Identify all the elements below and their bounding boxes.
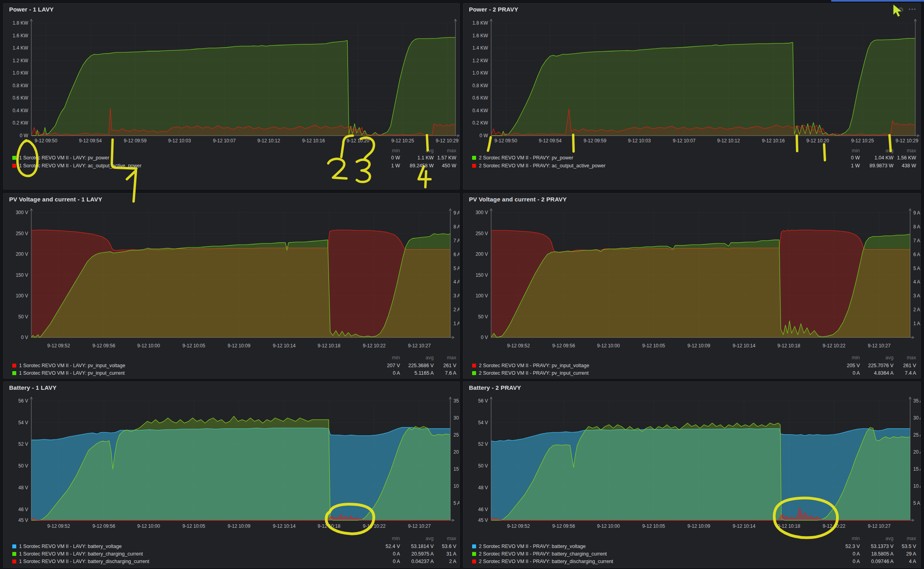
y-right-tick-label: 5 A: [913, 500, 920, 506]
y-left-tick-label: 50 V: [478, 463, 488, 469]
y-right-tick-label: 2 A: [913, 307, 920, 312]
legend-series-label[interactable]: 2 Sorotec REVO VM II - PRAVY: battery_ch…: [472, 551, 607, 557]
x-tick-label: 9-12 10:03: [628, 138, 651, 144]
y-right-tick-label: 15 A: [453, 466, 459, 472]
y-right-tick-label: 30 A: [453, 415, 459, 421]
y-left-tick-label: 50 V: [18, 463, 28, 469]
y-left-tick-label: 52 V: [18, 441, 28, 447]
y-right-tick-label: 25 A: [453, 432, 459, 438]
series-color-swatch-icon: [472, 364, 476, 368]
y-right-tick-label: 8 A: [453, 224, 459, 230]
series-color-swatch-icon: [12, 164, 16, 168]
x-tick-label: 9-12 09:50: [494, 138, 517, 144]
legend-series-label[interactable]: 2 Sorotec REVO VM II - PRAVY: pv_power: [472, 155, 573, 161]
y-right-tick-label: 4 A: [453, 279, 459, 285]
series-color-swatch-icon: [472, 164, 476, 168]
x-tick-label: 9-12 10:03: [168, 138, 191, 144]
x-tick-label: 9-12 10:22: [363, 523, 386, 529]
pv-2-pravy-chart[interactable]: 300 V250 V200 V150 V100 V50 V0 V9 A8 A7 …: [463, 193, 920, 378]
y-left-tick-label: 0.6 KW: [473, 95, 488, 101]
x-tick-label: 9-12 10:05: [182, 523, 205, 529]
y-right-tick-label: 3 A: [913, 293, 920, 299]
y-left-tick-label: 0 W: [20, 133, 29, 138]
y-right-tick-label: 10 A: [913, 483, 920, 489]
y-left-tick-label: 1.0 KW: [13, 70, 29, 76]
x-tick-label: 9-12 10:14: [273, 343, 296, 349]
battery-2-pravy-chart[interactable]: 56 V54 V52 V50 V48 V46 V45 V35 A30 A25 A…: [463, 382, 920, 567]
x-tick-label: 9-12 10:18: [318, 343, 341, 349]
y-left-tick-label: 0.8 KW: [13, 83, 29, 88]
x-tick-label: 9-12 10:09: [687, 523, 710, 529]
series-color-swatch-icon: [472, 371, 476, 375]
y-left-tick-label: 45 V: [478, 517, 488, 523]
x-tick-label: 9-12 10:16: [302, 138, 325, 144]
power-2-pravy-chart[interactable]: 1.8 KW1.6 KW1.4 KW1.2 KW1.0 KW0.8 KW0.6 …: [463, 4, 920, 189]
legend-series-label[interactable]: 1 Sorotec REVO VM II - LAVY: pv_power: [12, 155, 109, 161]
x-tick-label: 9-12 10:22: [823, 343, 846, 349]
y-right-tick-label: 20 A: [453, 449, 459, 455]
legend-series-label[interactable]: 1 Sorotec REVO VM II - LAVY: battery_dis…: [12, 559, 149, 564]
more-options-icon[interactable]: •••: [909, 7, 916, 12]
legend-series-label[interactable]: 2 Sorotec REVO VM II - PRAVY: pv_input_v…: [472, 363, 589, 368]
series-color-swatch-icon: [12, 364, 16, 368]
x-tick-label: 9-12 09:52: [47, 523, 70, 529]
y-left-tick-label: 250 V: [476, 231, 488, 236]
legend-series-label[interactable]: 1 Sorotec REVO VM II - LAVY: pv_input_vo…: [12, 363, 125, 368]
y-right-tick-label: 6 A: [453, 252, 459, 257]
gear-icon[interactable]: ⚙: [898, 7, 904, 13]
x-tick-label: 9-12 10:12: [257, 138, 280, 144]
power-1-lavy-chart[interactable]: 1.8 KW1.6 KW1.4 KW1.2 KW1.0 KW0.8 KW0.6 …: [4, 4, 459, 189]
y-right-tick-label: 2 A: [453, 307, 459, 312]
x-tick-label: 9-12 10:29: [436, 138, 459, 144]
y-left-tick-label: 200 V: [476, 251, 488, 257]
x-tick-label: 9-12 10:14: [733, 343, 756, 349]
y-left-tick-label: 1.8 KW: [473, 20, 488, 26]
panel-battery-1-lavy: Battery - 1 LAVY 56 V54 V52 V50 V48 V46 …: [3, 381, 460, 568]
y-left-tick-label: 1.8 KW: [13, 20, 29, 26]
pv-1-lavy-chart[interactable]: 300 V250 V200 V150 V100 V50 V0 V9 A8 A7 …: [4, 193, 459, 378]
x-tick-label: 9-12 09:59: [583, 138, 606, 144]
x-tick-label: 9-12 10:18: [318, 523, 341, 529]
x-tick-label: 9-12 10:18: [777, 523, 800, 529]
legend-series-label[interactable]: 2 Sorotec REVO VM II - PRAVY: ac_output_…: [472, 163, 605, 169]
dashboard: { "page":{"bg":"#131418","panel_bg":"#21…: [0, 0, 924, 569]
y-right-tick-label: 25 A: [913, 432, 920, 438]
series-1: [32, 37, 455, 136]
y-left-tick-label: 45 V: [18, 517, 28, 523]
y-left-tick-label: 150 V: [476, 272, 488, 278]
x-tick-label: 9-12 10:27: [408, 343, 431, 349]
y-right-tick-label: 1 A: [453, 321, 459, 326]
legend-series-label[interactable]: 1 Sorotec REVO VM II - LAVY: ac_output_a…: [12, 163, 142, 169]
y-left-tick-label: 100 V: [16, 293, 28, 299]
series-1: [492, 38, 915, 136]
y-right-tick-label: 6 A: [913, 252, 920, 257]
y-left-tick-label: 1.6 KW: [473, 33, 488, 38]
x-tick-label: 9-12 10:18: [777, 343, 800, 349]
y-left-tick-label: 300 V: [476, 210, 488, 215]
y-right-tick-label: 9 A: [453, 210, 459, 216]
x-tick-label: 9-12 10:16: [762, 138, 785, 144]
y-right-tick-label: 5 A: [453, 266, 459, 271]
legend-series-label[interactable]: 1 Sorotec REVO VM II - LAVY: battery_cha…: [12, 551, 143, 557]
legend-series-label[interactable]: 1 Sorotec REVO VM II - LAVY: battery_vol…: [12, 544, 122, 549]
legend-series-label[interactable]: 1 Sorotec REVO VM II - LAVY: pv_input_cu…: [12, 370, 125, 376]
battery-1-lavy-chart[interactable]: 56 V54 V52 V50 V48 V46 V45 V35 A30 A25 A…: [4, 382, 459, 567]
series-color-swatch-icon: [12, 371, 16, 375]
series-color-swatch-icon: [472, 552, 476, 556]
legend-series-label[interactable]: 2 Sorotec REVO VM II - PRAVY: pv_input_c…: [472, 370, 589, 376]
x-tick-label: 9-12 10:14: [273, 523, 296, 529]
panel-battery-2-pravy: Battery - 2 PRAVY 56 V54 V52 V50 V48 V46…: [463, 381, 921, 568]
x-tick-label: 9-12 10:25: [851, 138, 874, 144]
y-left-tick-label: 48 V: [18, 485, 28, 490]
x-tick-label: 9-12 10:22: [363, 343, 386, 349]
legend-series-label[interactable]: 2 Sorotec REVO VM II - PRAVY: battery_vo…: [472, 544, 585, 549]
y-left-tick-label: 150 V: [16, 272, 28, 278]
x-tick-label: 9-12 10:00: [137, 343, 160, 349]
x-tick-label: 9-12 10:20: [346, 138, 369, 144]
browser-progress-bar: [831, 0, 924, 2]
legend-series-label[interactable]: 2 Sorotec REVO VM II - PRAVY: battery_di…: [472, 559, 613, 564]
y-left-tick-label: 56 V: [478, 398, 488, 404]
x-tick-label: 9-12 09:56: [552, 523, 575, 529]
y-left-tick-label: 46 V: [478, 507, 488, 512]
y-left-tick-label: 56 V: [18, 398, 28, 404]
